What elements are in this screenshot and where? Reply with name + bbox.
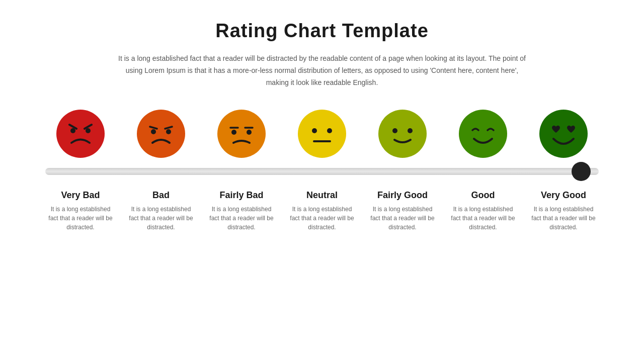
label-title-neutral: Neutral [306, 190, 338, 201]
emoji-face-neutral [297, 109, 347, 159]
slider-thumb[interactable] [572, 162, 591, 181]
label-title-very-good: Very Good [541, 190, 586, 201]
label-title-fairly-bad: Fairly Bad [219, 190, 263, 201]
label-title-bad: Bad [152, 190, 170, 201]
svg-point-8 [151, 129, 156, 134]
emoji-item-neutral [287, 109, 357, 159]
emoji-item-bad [126, 109, 196, 159]
svg-point-17 [327, 128, 332, 133]
label-title-very-bad: Very Bad [61, 190, 100, 201]
svg-point-14 [247, 130, 252, 135]
svg-point-9 [166, 129, 171, 134]
emoji-row [45, 109, 599, 159]
label-desc-bad: It is a long established fact that a rea… [126, 205, 196, 232]
emoji-item-fairly-good [367, 109, 438, 159]
svg-point-4 [86, 128, 91, 133]
label-title-good: Good [471, 190, 495, 201]
page-title: Rating Chart Template [215, 20, 429, 42]
label-desc-fairly-good: It is a long established fact that a rea… [367, 205, 438, 232]
svg-point-5 [137, 110, 185, 158]
label-item-very-good: Very Good It is a long established fact … [528, 190, 599, 232]
svg-point-0 [56, 110, 105, 158]
svg-point-21 [408, 128, 413, 133]
label-desc-very-good: It is a long established fact that a rea… [528, 205, 599, 232]
svg-point-10 [217, 110, 266, 158]
svg-point-23 [539, 110, 588, 158]
svg-point-19 [378, 110, 427, 158]
emoji-face-very-bad [55, 109, 106, 159]
svg-point-20 [392, 128, 397, 133]
label-item-fairly-bad: Fairly Bad It is a long established fact… [206, 190, 277, 232]
labels-row: Very Bad It is a long established fact t… [45, 190, 599, 232]
svg-point-15 [298, 110, 346, 158]
svg-point-3 [70, 128, 75, 133]
label-item-neutral: Neutral It is a long established fact th… [287, 190, 357, 232]
slider-container[interactable] [45, 168, 599, 175]
emoji-face-very-good [538, 109, 589, 159]
label-item-very-bad: Very Bad It is a long established fact t… [45, 190, 116, 232]
emoji-face-good [458, 109, 508, 159]
emoji-face-bad [136, 109, 186, 159]
label-item-bad: Bad It is a long established fact that a… [126, 190, 196, 232]
label-desc-neutral: It is a long established fact that a rea… [287, 205, 357, 232]
emoji-face-fairly-bad [216, 109, 267, 159]
emoji-item-very-bad [45, 109, 116, 159]
label-title-fairly-good: Fairly Good [377, 190, 428, 201]
emoji-face-fairly-good [377, 109, 428, 159]
label-desc-very-bad: It is a long established fact that a rea… [45, 205, 116, 232]
label-desc-good: It is a long established fact that a rea… [448, 205, 518, 232]
slider-track[interactable] [45, 168, 599, 175]
label-desc-fairly-bad: It is a long established fact that a rea… [206, 205, 277, 232]
page: Rating Chart Template It is a long estab… [0, 0, 644, 362]
svg-point-16 [312, 128, 317, 133]
emoji-item-very-good [528, 109, 599, 159]
svg-point-22 [459, 110, 507, 158]
emoji-item-good [448, 109, 518, 159]
svg-point-13 [231, 130, 236, 135]
label-item-fairly-good: Fairly Good It is a long established fac… [367, 190, 438, 232]
emoji-item-fairly-bad [206, 109, 277, 159]
label-item-good: Good It is a long established fact that … [448, 190, 518, 232]
subtitle-text: It is a long established fact that a rea… [116, 53, 528, 88]
